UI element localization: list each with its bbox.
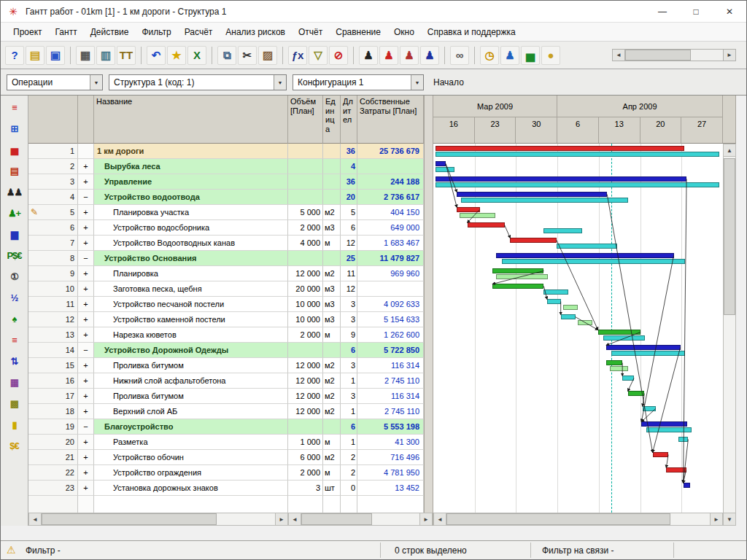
table-row[interactable]: 10+Заготовка песка, щебня20 000м312: [28, 281, 424, 297]
table-horizontal-scrollbar[interactable]: ◄ ►: [28, 513, 288, 526]
pager-right-icon[interactable]: ►: [723, 50, 735, 61]
vertical-scroll-thumb[interactable]: [724, 158, 735, 315]
gantt-bar-navy[interactable]: [641, 421, 686, 427]
row-toggle[interactable]: −: [78, 343, 94, 358]
time-analysis-button[interactable]: ◷: [480, 46, 499, 65]
gantt-bar-lgreen[interactable]: [610, 366, 627, 371]
chevron-down-icon[interactable]: ▼: [411, 75, 423, 90]
resources-view-button[interactable]: ♟♟: [4, 182, 26, 203]
resource-critical-button[interactable]: ♟: [379, 46, 398, 65]
menu-item[interactable]: Действие: [84, 24, 136, 40]
network-diagram-view-button[interactable]: ⊞: [4, 118, 26, 139]
exchange-view-button[interactable]: ⇅: [4, 351, 26, 372]
table-row[interactable]: 7+Устройство Водоотводных канав4 000м121…: [28, 236, 424, 251]
row-toggle[interactable]: +: [78, 281, 94, 297]
row-toggle[interactable]: +: [78, 358, 94, 373]
excel-export-button[interactable]: Х: [187, 46, 206, 65]
favorites-button[interactable]: ★: [167, 46, 186, 65]
pattern-view-button[interactable]: ▩: [4, 393, 26, 414]
row-toggle[interactable]: −: [78, 251, 94, 266]
gantt-bar-red[interactable]: [436, 146, 684, 151]
row-toggle[interactable]: +: [78, 389, 94, 404]
gantt-bar-red[interactable]: [653, 452, 669, 457]
gantt-horizontal-scrollbar[interactable]: ◄ ►: [433, 513, 723, 526]
gantt-bar-cyan[interactable]: [603, 335, 646, 341]
gantt-bar-navy[interactable]: [436, 161, 446, 166]
columns-horizontal-scrollbar[interactable]: ◄ ►: [288, 513, 433, 526]
gantt-bar-green[interactable]: [492, 268, 543, 273]
row-toggle[interactable]: +: [78, 236, 94, 251]
menu-item[interactable]: Окно: [387, 24, 421, 40]
cut-button[interactable]: ✂: [238, 46, 257, 65]
menu-item[interactable]: Отчёт: [292, 24, 329, 40]
battery-view-button[interactable]: ▮: [4, 414, 26, 435]
row-toggle[interactable]: +: [78, 373, 94, 389]
undo-button[interactable]: ↶: [147, 46, 166, 65]
table-row[interactable]: 14−Устройство Дорожной Одежды65 722 850: [28, 343, 424, 358]
gantt-bar-lgreen[interactable]: [496, 274, 548, 279]
column-header-volume[interactable]: Объём [План]: [288, 96, 323, 144]
cost-analysis-button[interactable]: ●: [541, 46, 560, 65]
column-header-toggle[interactable]: [78, 96, 94, 144]
gantt-bar-cyan[interactable]: [547, 299, 561, 304]
copy-button[interactable]: ⧉: [217, 46, 236, 65]
resource-work-button[interactable]: ♟: [359, 46, 378, 65]
table-row[interactable]: 8−Устройство Основания2511 479 827: [28, 251, 424, 266]
horizontal-scroll-track[interactable]: [42, 513, 275, 525]
document-half-view-button[interactable]: ½: [4, 287, 26, 308]
row-toggle[interactable]: +: [78, 174, 94, 190]
gantt-bar-cyan[interactable]: [543, 289, 568, 295]
table-row[interactable]: 11 км дороги3625 736 679: [28, 144, 424, 159]
gantt-bar-cyan[interactable]: [436, 182, 719, 187]
links-button[interactable]: ∞: [450, 46, 469, 65]
gantt-bar-cyan[interactable]: [557, 244, 617, 249]
cancel-button[interactable]: ⊘: [329, 46, 348, 65]
scroll-left-icon[interactable]: ◄: [434, 513, 446, 525]
scroll-down-icon[interactable]: ▼: [724, 513, 735, 525]
gantt-bar-cyan[interactable]: [543, 228, 582, 233]
chevron-down-icon[interactable]: ▼: [274, 75, 286, 90]
pager-track[interactable]: [625, 50, 723, 61]
gantt-bar-red[interactable]: [510, 238, 557, 243]
add-resource-button[interactable]: ♟+: [4, 203, 26, 224]
gantt-bar-cyan[interactable]: [461, 198, 628, 203]
structure-combobox[interactable]: Структура 1 (код: 1) ▼: [109, 74, 287, 90]
gantt-bar-navy[interactable]: [457, 192, 607, 197]
gantt-bar-green[interactable]: [606, 360, 622, 365]
tables-button[interactable]: ▦: [76, 46, 95, 65]
close-button[interactable]: ✕: [713, 1, 746, 22]
columns-setup-button[interactable]: ТТ: [117, 46, 136, 65]
menu-item[interactable]: Анализ рисков: [219, 24, 292, 40]
row-toggle[interactable]: +: [78, 404, 94, 419]
gantt-bar-navy[interactable]: [684, 483, 690, 488]
histogram-button[interactable]: ▅: [521, 46, 540, 65]
vertical-scroll-track[interactable]: [724, 157, 735, 513]
table-row[interactable]: 11+Устройство песчаной постели10 000м334…: [28, 297, 424, 312]
gantt-chart-view-button[interactable]: ≡: [4, 97, 26, 118]
chevron-down-icon[interactable]: ▼: [90, 75, 102, 90]
menu-item[interactable]: Проект: [7, 24, 49, 40]
scroll-left-icon[interactable]: ◄: [289, 513, 301, 525]
scroll-right-icon[interactable]: ►: [275, 513, 287, 525]
maximize-button[interactable]: □: [679, 1, 713, 22]
row-toggle[interactable]: +: [78, 205, 94, 220]
cost-chart-view-button[interactable]: ▆: [4, 224, 26, 245]
column-header-unit[interactable]: Единица: [323, 96, 341, 144]
column-header-cost[interactable]: Собственные Затраты [План]: [357, 96, 424, 144]
resource-gantt-view-button[interactable]: ▅: [4, 139, 26, 160]
gantt-bar-navy[interactable]: [496, 253, 673, 258]
blocks-view-button[interactable]: ≡: [4, 330, 26, 351]
row-toggle[interactable]: +: [78, 159, 94, 174]
help-button[interactable]: ?: [5, 46, 24, 65]
gantt-bar-cyan[interactable]: [611, 351, 685, 356]
table-row[interactable]: 13+Нарезка кюветов2 000м91 262 600: [28, 327, 424, 343]
table-row[interactable]: 23+Установка дорожных знаков3шт013 452: [28, 481, 424, 496]
gantt-bar-red[interactable]: [468, 222, 505, 228]
gantt-bar-cyan[interactable]: [678, 437, 688, 442]
scroll-right-icon[interactable]: ►: [419, 513, 432, 525]
row-toggle[interactable]: +: [78, 297, 94, 312]
table-row[interactable]: 9+Планировка12 000м211969 960: [28, 266, 424, 281]
table-row[interactable]: ✎5+Планировка участка5 000м25404 150: [28, 205, 424, 220]
gantt-bar-green[interactable]: [628, 391, 645, 396]
resource-delay-button[interactable]: ♟: [400, 46, 419, 65]
